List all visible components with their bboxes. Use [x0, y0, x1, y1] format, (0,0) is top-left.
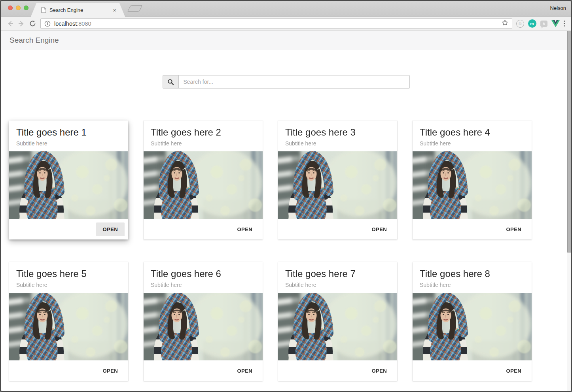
card-open-button[interactable]: OPEN	[96, 222, 125, 236]
page-content: Search Engine Title goes here 1 Subtitle…	[1, 31, 571, 391]
result-card: Title goes here 6 Subtitle here	[144, 262, 263, 381]
window-controls	[8, 6, 28, 10]
card-footer: OPEN	[144, 219, 263, 239]
card-footer: OPEN	[9, 360, 128, 381]
reload-button[interactable]	[27, 18, 38, 29]
card-title: Title goes here 2	[151, 127, 256, 138]
url-host: localhost	[54, 21, 77, 27]
card-title: Title goes here 1	[16, 127, 121, 138]
search-addon	[163, 75, 179, 88]
woman-scarf-photo	[144, 151, 263, 219]
card-title: Title goes here 8	[420, 268, 525, 279]
tab-search-engine[interactable]: Search Engine ×	[31, 3, 125, 17]
vue-devtools-icon[interactable]	[551, 20, 560, 27]
card-header: Title goes here 6 Subtitle here	[144, 262, 263, 293]
woman-scarf-photo	[278, 151, 397, 219]
card-image	[278, 151, 397, 219]
card-subtitle: Subtitle here	[151, 282, 256, 288]
browser-toolbar: localhost:8080 {:} m a	[1, 17, 571, 31]
new-tab-button[interactable]	[127, 5, 143, 12]
forward-arrow-icon	[17, 20, 25, 28]
search-section	[1, 75, 571, 89]
address-bar[interactable]: localhost:8080	[40, 18, 512, 29]
result-card: Title goes here 8 Subtitle here	[413, 262, 532, 381]
close-window-button[interactable]	[8, 6, 13, 10]
url-port: :8080	[77, 21, 91, 27]
page-info-icon[interactable]	[44, 21, 51, 27]
card-subtitle: Subtitle here	[420, 282, 525, 288]
tab-title: Search Engine	[49, 7, 110, 13]
search-input-group	[163, 75, 410, 89]
back-button[interactable]	[5, 18, 16, 29]
card-subtitle: Subtitle here	[420, 140, 525, 147]
card-subtitle: Subtitle here	[285, 140, 390, 147]
card-title: Title goes here 6	[151, 268, 256, 279]
result-card: Title goes here 1 Subtitle here	[9, 121, 128, 239]
card-subtitle: Subtitle here	[285, 282, 390, 288]
card-open-button[interactable]: OPEN	[365, 364, 394, 378]
page-title: Search Engine	[1, 31, 571, 50]
search-input[interactable]	[179, 75, 409, 88]
forward-button[interactable]	[16, 18, 27, 29]
result-card: Title goes here 3 Subtitle here	[278, 121, 397, 239]
card-image	[9, 151, 128, 219]
medium-extension-icon[interactable]: m	[528, 19, 536, 28]
card-image	[144, 293, 263, 360]
card-footer: OPEN	[413, 219, 532, 239]
card-open-button[interactable]: OPEN	[231, 222, 259, 236]
braces-extension-icon[interactable]: {:}	[516, 20, 524, 28]
card-image	[144, 151, 263, 219]
bubble-extension-icon[interactable]: a	[540, 21, 547, 27]
card-title: Title goes here 4	[420, 127, 525, 138]
woman-scarf-photo	[9, 293, 128, 360]
card-header: Title goes here 2 Subtitle here	[144, 121, 263, 151]
card-header: Title goes here 8 Subtitle here	[413, 262, 532, 293]
bookmark-star-icon[interactable]	[502, 19, 508, 28]
cards-grid: Title goes here 1 Subtitle here	[1, 121, 571, 389]
fullscreen-window-button[interactable]	[24, 6, 28, 10]
card-open-button[interactable]: OPEN	[500, 222, 528, 236]
card-title: Title goes here 7	[285, 268, 390, 279]
card-header: Title goes here 5 Subtitle here	[9, 262, 128, 293]
card-image	[413, 293, 532, 360]
browser-menu-button[interactable]	[561, 19, 568, 28]
result-card: Title goes here 5 Subtitle here	[9, 262, 128, 381]
card-footer: OPEN	[278, 360, 397, 381]
page-favicon-icon	[41, 7, 46, 13]
reload-icon	[29, 20, 36, 27]
card-subtitle: Subtitle here	[16, 140, 121, 147]
result-card: Title goes here 2 Subtitle here	[144, 121, 263, 239]
card-image	[413, 151, 532, 219]
result-card: Title goes here 4 Subtitle here	[413, 121, 532, 239]
minimize-window-button[interactable]	[16, 6, 21, 10]
card-image	[9, 293, 128, 360]
card-title: Title goes here 5	[16, 268, 121, 279]
card-subtitle: Subtitle here	[151, 140, 256, 147]
card-header: Title goes here 7 Subtitle here	[278, 262, 397, 293]
extensions-area: {:} m a	[516, 19, 560, 28]
card-header: Title goes here 3 Subtitle here	[278, 121, 397, 151]
woman-scarf-photo	[144, 293, 263, 360]
card-open-button[interactable]: OPEN	[96, 364, 125, 378]
card-title: Title goes here 3	[285, 127, 390, 138]
back-arrow-icon	[6, 20, 14, 28]
card-header: Title goes here 1 Subtitle here	[9, 121, 128, 151]
card-subtitle: Subtitle here	[16, 282, 121, 288]
card-open-button[interactable]: OPEN	[500, 364, 528, 378]
result-card: Title goes here 7 Subtitle here	[278, 262, 397, 381]
scrollbar-thumb[interactable]	[567, 31, 571, 253]
woman-scarf-photo	[278, 293, 397, 360]
woman-scarf-photo	[9, 151, 128, 219]
card-footer: OPEN	[278, 219, 397, 239]
card-footer: OPEN	[9, 219, 128, 239]
tab-close-icon[interactable]: ×	[113, 7, 116, 13]
woman-scarf-photo	[413, 151, 532, 219]
card-image	[278, 293, 397, 360]
card-footer: OPEN	[144, 360, 263, 381]
card-open-button[interactable]: OPEN	[231, 364, 259, 378]
card-open-button[interactable]: OPEN	[365, 222, 394, 236]
browser-profile-name[interactable]: Nelson	[550, 5, 566, 11]
card-footer: OPEN	[413, 360, 532, 381]
card-header: Title goes here 4 Subtitle here	[413, 121, 532, 151]
scrollbar[interactable]	[567, 31, 571, 391]
